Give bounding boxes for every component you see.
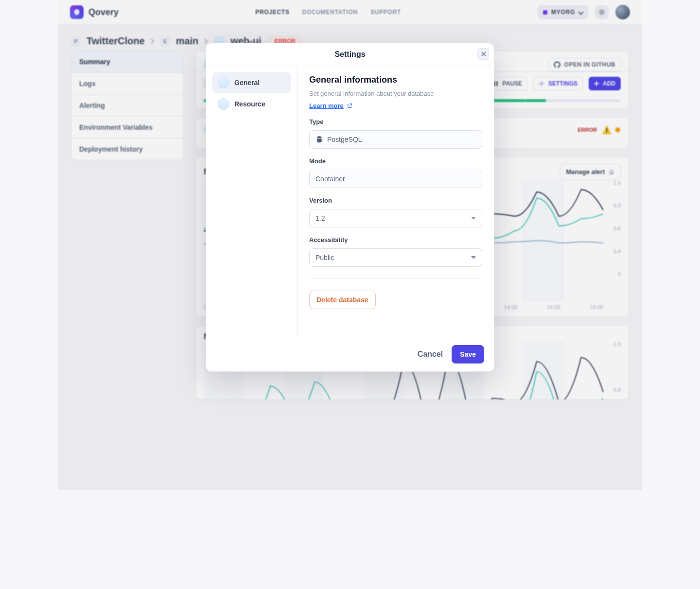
modal-tab-resource-label: Resource — [234, 100, 265, 108]
section-subtitle: Set general information about your datab… — [309, 90, 482, 97]
close-icon — [481, 52, 486, 56]
accessibility-value: Public — [315, 254, 334, 261]
label-accessibility: Accessibility — [309, 236, 482, 243]
version-value: 1.2 — [315, 214, 325, 222]
version-select[interactable]: 1.2 — [309, 209, 482, 227]
settings-modal: Settings General Resource General inform… — [206, 43, 494, 372]
mode-field: Container — [309, 170, 482, 188]
modal-title: Settings — [206, 43, 494, 66]
save-label: Save — [460, 350, 476, 358]
accessibility-select[interactable]: Public — [309, 248, 482, 267]
modal-close-button[interactable] — [477, 48, 489, 60]
label-mode: Mode — [309, 157, 482, 165]
modal-footer: Cancel Save — [206, 337, 494, 371]
mode-value: Container — [315, 175, 345, 183]
save-button[interactable]: Save — [452, 345, 484, 364]
delete-database-label: Delete database — [316, 296, 368, 304]
type-value: PostgeSQL — [327, 136, 362, 143]
type-field: PostgeSQL — [309, 130, 482, 149]
label-type: Type — [309, 118, 482, 125]
delete-database-button[interactable]: Delete database — [309, 291, 376, 309]
modal-title-text: Settings — [334, 50, 365, 59]
postgres-icon — [315, 136, 323, 143]
label-version: Version — [309, 197, 482, 204]
cancel-button[interactable]: Cancel — [418, 350, 443, 359]
external-link-icon — [347, 103, 352, 109]
database-icon — [218, 98, 229, 110]
section-title: General informations — [309, 75, 482, 85]
learn-more-label: Learn more — [309, 102, 344, 109]
caret-down-icon — [471, 217, 476, 220]
modal-tab-general[interactable]: General — [212, 72, 291, 93]
modal-tab-resource[interactable]: Resource — [212, 93, 291, 115]
database-icon — [218, 77, 229, 88]
modal-sidebar: General Resource — [206, 66, 298, 337]
caret-down-icon — [471, 256, 476, 259]
learn-more-link[interactable]: Learn more — [309, 102, 482, 109]
modal-tab-general-label: General — [234, 79, 260, 87]
modal-content: General informations Set general informa… — [298, 66, 494, 337]
